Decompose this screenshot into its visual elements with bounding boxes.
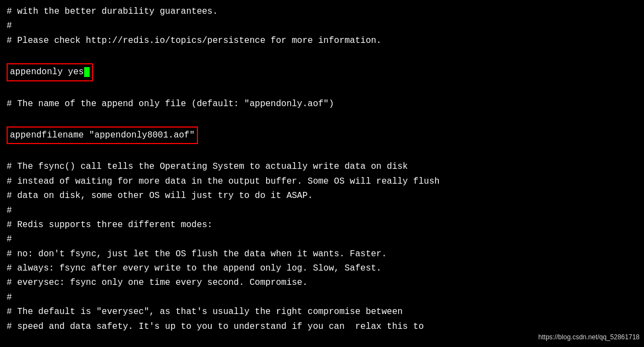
code-line: # Redis supports three different modes: (7, 218, 637, 232)
comment-line: # (7, 290, 637, 305)
code-line: # The name of the append only file (defa… (7, 97, 637, 111)
comment-line: # with the better durability guarantees. (7, 4, 637, 19)
code-line: appendonly yes (7, 62, 637, 82)
code-line (7, 145, 637, 159)
code-line: # The default is "everysec", as that's u… (7, 305, 637, 319)
code-line: # everysec: fsync only one time every se… (7, 276, 637, 290)
text-cursor (84, 67, 90, 77)
comment-line: # always: fsync after every write to the… (7, 261, 637, 276)
comment-line: # (7, 203, 637, 218)
comment-line: # The default is "everysec", as that's u… (7, 305, 637, 319)
code-line: # with the better durability guarantees. (7, 4, 637, 19)
code-line: # The fsync() call tells the Operating S… (7, 159, 637, 174)
comment-line: # instead of waiting for more data in th… (7, 174, 637, 189)
comment-line: # Please check http://redis.io/topics/pe… (7, 34, 637, 48)
comment-line: # Redis supports three different modes: (7, 218, 637, 232)
code-line: # (7, 203, 637, 218)
code-line: # no: don't fsync, just let the OS flush… (7, 247, 637, 261)
highlighted-code: appendfilename "appendonly8001.aof" (7, 126, 198, 144)
comment-line: # (7, 19, 637, 33)
watermark: https://blog.csdn.net/qq_52861718 (538, 332, 640, 343)
code-line: # (7, 19, 637, 33)
code-line (7, 82, 637, 97)
code-line: appendfilename "appendonly8001.aof" (7, 125, 637, 145)
code-editor: # with the better durability guarantees.… (0, 0, 644, 347)
code-line: # (7, 232, 637, 246)
comment-line: # data on disk, some other OS will just … (7, 189, 637, 203)
comment-line: # The fsync() call tells the Operating S… (7, 159, 637, 174)
comment-line: # (7, 232, 637, 246)
code-line: # always: fsync after every write to the… (7, 261, 637, 276)
comment-line: # everysec: fsync only one time every se… (7, 276, 637, 290)
comment-line: # The name of the append only file (defa… (7, 97, 637, 111)
code-line: # (7, 290, 637, 305)
highlighted-code: appendonly yes (7, 63, 93, 81)
code-line (7, 111, 637, 125)
code-line: # data on disk, some other OS will just … (7, 189, 637, 203)
comment-line: # no: don't fsync, just let the OS flush… (7, 247, 637, 261)
code-line: # instead of waiting for more data in th… (7, 174, 637, 189)
code-line (7, 48, 637, 62)
code-line: # Please check http://redis.io/topics/pe… (7, 34, 637, 48)
